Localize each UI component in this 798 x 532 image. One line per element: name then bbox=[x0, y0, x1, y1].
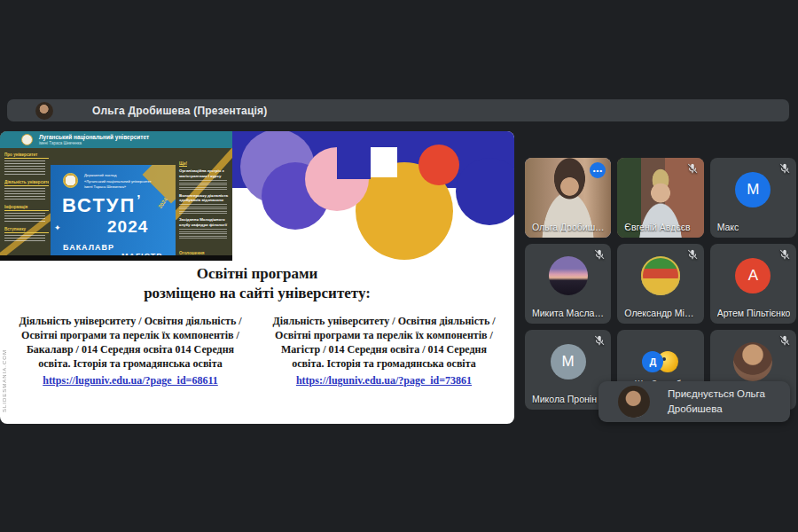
decor-notch-blue bbox=[337, 145, 371, 179]
participant-tile[interactable]: Євгеній Авдєєв bbox=[617, 158, 703, 238]
admission-banner: Державний заклад «Луганський національни… bbox=[51, 165, 176, 255]
nav-section: Вступнику bbox=[4, 227, 49, 242]
nav-heading: Вступнику bbox=[4, 227, 49, 233]
tiny-text-lines bbox=[179, 204, 227, 215]
presentation-bar[interactable]: Ольга Дробишева (Презентація) bbox=[7, 99, 789, 121]
avatar bbox=[733, 342, 772, 381]
decor-notch-white bbox=[367, 147, 397, 177]
participant-name: Микита Маслаков bbox=[532, 308, 606, 318]
participant-name: Микола Пронін bbox=[532, 394, 597, 404]
website-body: Про університетДіяльність університетуІн… bbox=[0, 148, 232, 255]
website-nav: Про університетДіяльність університетуІн… bbox=[4, 153, 49, 246]
avatar bbox=[641, 256, 680, 295]
university-emblem-icon bbox=[63, 173, 78, 188]
avatar: А bbox=[735, 258, 771, 293]
participant-grid: Ольга ДробишеваЄвгеній АвдєєвММаксМикита… bbox=[525, 158, 796, 410]
avatar: М bbox=[735, 172, 771, 207]
slide-columns: Діяльність університету / Освітня діяльн… bbox=[11, 314, 504, 387]
website-subtitle: імені Тараса Шевченка bbox=[39, 141, 82, 145]
website-title: Луганський національний університет bbox=[39, 134, 149, 140]
nav-heading: Діяльність університету bbox=[4, 180, 49, 186]
participant-name: Євгеній Авдєєв bbox=[624, 222, 690, 232]
banner-bachelor: БАКАЛАВР bbox=[63, 243, 114, 252]
nav-section: Про університет bbox=[4, 153, 49, 176]
nav-heading: Про університет bbox=[4, 153, 49, 159]
join-notification: Приєднується Ольга Дробишева bbox=[598, 381, 790, 422]
mic-off-icon bbox=[778, 334, 791, 347]
tiny-text-lines bbox=[4, 213, 45, 223]
slide-link-bachelor: https://luguniv.edu.ua/?page_id=68611 bbox=[43, 373, 218, 387]
nav-section: Діяльність університету bbox=[4, 180, 49, 200]
notification-avatar bbox=[618, 386, 650, 418]
mic-off-icon bbox=[778, 162, 791, 175]
avatar bbox=[549, 256, 588, 295]
tiny-text-lines bbox=[4, 160, 45, 176]
tiny-text-lines bbox=[4, 235, 45, 242]
participant-tile[interactable]: ММакс bbox=[710, 158, 796, 238]
mic-off-icon bbox=[778, 248, 791, 261]
banner-org-name: Державний заклад «Луганський національни… bbox=[84, 173, 152, 191]
avatar: М bbox=[551, 344, 586, 379]
nav-heading: Інформація bbox=[4, 205, 49, 211]
banner-year-rotated: 2024 bbox=[157, 197, 168, 209]
mic-off-icon bbox=[686, 248, 699, 261]
screenshot-bottom-strip bbox=[0, 255, 232, 261]
decor-circle-red bbox=[419, 145, 459, 185]
participant-name: Ольга Дробишева bbox=[532, 222, 606, 232]
tiny-text-lines bbox=[179, 180, 227, 191]
meeting-window: Ольга Дробишева (Презентація) Про універ… bbox=[0, 0, 798, 532]
participant-name: Олександр Міро... bbox=[624, 308, 699, 318]
participant-tile[interactable]: Микита Маслаков bbox=[525, 244, 611, 324]
participant-name: Макс bbox=[717, 222, 739, 232]
news-item-title: Засідання Молодіжного клубу кафедри філо… bbox=[179, 217, 229, 227]
decor-circle-darkblue bbox=[456, 158, 514, 225]
presenter-avatar bbox=[35, 102, 53, 120]
website-header: Луганський національний університет імен… bbox=[0, 131, 232, 148]
banner-headline: ВСТУП bbox=[62, 194, 142, 217]
banner-year: 2024 bbox=[107, 217, 148, 237]
university-website-screenshot: Про університетДіяльність університетуІн… bbox=[0, 131, 232, 261]
slide-column-master: Діяльність університету / Освітня діяльн… bbox=[264, 314, 504, 387]
tiny-text-lines bbox=[4, 188, 45, 200]
slide-link-master: https://luguniv.edu.ua/?page_id=73861 bbox=[296, 373, 472, 387]
avatar: Д bbox=[642, 351, 663, 372]
tiny-text-lines bbox=[179, 229, 227, 239]
diamond-icon bbox=[54, 223, 61, 232]
mic-off-icon bbox=[593, 334, 606, 347]
news-heading: Ще! bbox=[179, 161, 187, 167]
news-item-title: Організаційна зустріч з магістрантами І … bbox=[179, 168, 229, 178]
shared-screen[interactable]: Про університетДіяльність університетуІн… bbox=[0, 131, 514, 424]
presenter-label: Ольга Дробишева (Презентація) bbox=[92, 105, 268, 117]
website-logo-icon bbox=[21, 134, 33, 145]
mic-off-icon bbox=[686, 162, 699, 175]
slide-column-bachelor: Діяльність університету / Освітня діяльн… bbox=[11, 314, 250, 387]
participant-name: Артем Пільтієнко bbox=[717, 308, 791, 318]
notification-text: Приєднується Ольга Дробишева bbox=[668, 387, 781, 416]
website-news-column: Ще!Організаційна зустріч з магістрантами… bbox=[179, 153, 229, 255]
participant-tile[interactable]: Ольга Дробишева bbox=[525, 158, 611, 238]
participant-tile[interactable]: Олександр Міро... bbox=[617, 244, 703, 324]
nav-section: Інформація bbox=[4, 205, 49, 223]
mic-off-icon bbox=[593, 248, 606, 261]
news-item-title: Волонтерську діяльність здобувачів відзн… bbox=[179, 193, 229, 203]
slide-title: Освітні програми розміщено на сайті унів… bbox=[0, 264, 514, 303]
slidesmania-watermark: SLIDESMANIA.COM bbox=[2, 349, 7, 412]
participant-tile[interactable]: ААртем Пільтієнко bbox=[710, 244, 796, 324]
